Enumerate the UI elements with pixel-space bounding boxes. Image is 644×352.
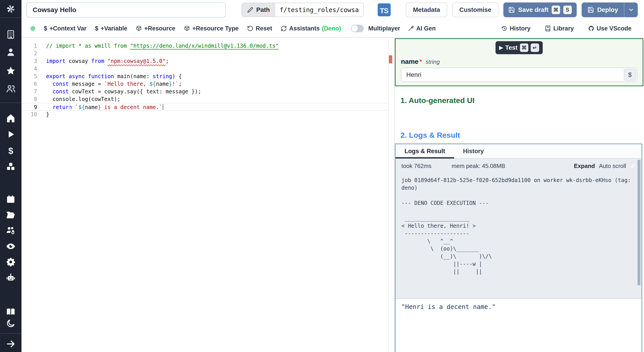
error-marker (389, 55, 392, 63)
expand-button[interactable]: Expand (574, 162, 595, 169)
tab-history[interactable]: History (454, 144, 493, 158)
reset-button[interactable]: Reset (247, 25, 272, 32)
runs-play-icon[interactable] (0, 129, 22, 139)
line-number: 7 (22, 88, 45, 95)
sidebar-divider (0, 103, 22, 103)
add-context-var-label: +Context Var (50, 25, 86, 32)
folders-icon[interactable] (0, 210, 22, 220)
deploy-label: Deploy (597, 6, 618, 14)
variables-dollar-icon[interactable]: $ (0, 146, 22, 156)
toolbar-right: History Library Use VScode (501, 25, 632, 32)
test-button[interactable]: ▶ Test ⌘ ↵ (496, 41, 542, 54)
github-icon (588, 25, 594, 32)
code-line-2[interactable]: 2 (22, 50, 388, 57)
ai-gen-button[interactable]: AI Gen (408, 25, 436, 32)
indent-guide (69, 80, 70, 111)
path-label: Path (256, 6, 270, 14)
save-draft-button[interactable]: Save draft ⌘ S (503, 3, 576, 17)
code-line-1[interactable]: 1// import * as wmill from "https://deno… (22, 42, 388, 50)
schedules-calendar-icon[interactable] (0, 194, 22, 204)
insert-variable-button[interactable]: $ (624, 69, 636, 81)
field-label-row: name * string (401, 58, 637, 65)
line-number: 3 (22, 57, 45, 65)
deploy-button[interactable]: Deploy (582, 3, 624, 17)
code-line-5[interactable]: 5export async function main(name: string… (22, 73, 388, 80)
library-label: Library (553, 25, 574, 32)
workspace-building-icon[interactable] (0, 30, 22, 39)
assistants-button[interactable]: Assistants (Deno) (281, 25, 341, 32)
s-key: S (563, 6, 572, 14)
enter-key: ↵ (531, 44, 539, 52)
run-duration: took 762ms (402, 162, 431, 169)
field-type: string (426, 58, 440, 65)
add-resource-type-button[interactable]: +Resource Type (184, 25, 238, 32)
ai-robot-icon[interactable] (0, 273, 22, 283)
save-icon (588, 7, 594, 13)
code-line-9[interactable]: 9 return `${name} is a decent name.` (22, 103, 388, 111)
rotate-ccw-icon (247, 25, 253, 32)
line-number: 1 (22, 42, 45, 50)
code-line-8[interactable]: 8 console.log(cowText); (22, 95, 388, 103)
windmill-logo-icon[interactable] (0, 4, 22, 14)
autoscroll-label[interactable]: Auto scroll (599, 162, 626, 169)
home-icon[interactable] (0, 113, 22, 123)
customise-button[interactable]: Customise (452, 3, 498, 17)
path-value[interactable]: f/testing_roles/cowsa (275, 3, 363, 17)
history-icon (501, 25, 507, 32)
main-column: Path f/testing_roles/cowsa TS Metadata C… (22, 0, 644, 352)
code-line-6[interactable]: 6 const message = `Hello there, ${name}!… (22, 80, 388, 88)
workers-users-gear-icon[interactable] (0, 226, 22, 236)
mem-peak: mem peak: 45.08MB (452, 162, 505, 169)
check-icon: ✓ (630, 162, 636, 170)
add-variable-button[interactable]: $ +Variable (95, 25, 127, 32)
collapse-arrow-right-icon[interactable] (0, 339, 22, 349)
code-line-4[interactable]: 4 (22, 65, 388, 73)
logs-result-card: Logs & Result History took 762ms mem pea… (395, 143, 642, 352)
audit-eye-icon[interactable] (0, 241, 22, 251)
settings-gear-icon[interactable] (0, 257, 22, 267)
code-editor[interactable]: 1// import * as wmill from "https://deno… (22, 38, 388, 352)
docs-book-icon[interactable] (0, 307, 22, 317)
code-line-7[interactable]: 7 const cowText = cowsay.say({ text: mes… (22, 88, 388, 95)
user-icon[interactable] (0, 48, 22, 57)
editor-overview-ruler[interactable] (388, 38, 394, 352)
topbar-actions: Metadata Customise Save draft ⌘ S (406, 3, 638, 17)
code-line-3[interactable]: 3import cowsay from "npm:cowsay@1.5.0"; (22, 57, 388, 65)
sidebar-divider (0, 333, 22, 334)
line-number: 4 (22, 65, 45, 73)
content-row: 1// import * as wmill from "https://deno… (22, 38, 644, 352)
logs-scrollbar[interactable] (638, 160, 640, 285)
save-icon (508, 7, 515, 13)
test-label: Test (505, 44, 518, 51)
chevron-down-icon (628, 7, 634, 13)
edit-path-button[interactable]: Path (242, 3, 275, 17)
use-vscode-button[interactable]: Use VScode (588, 25, 632, 32)
deploy-options-button[interactable] (624, 3, 638, 17)
resources-boxes-icon[interactable] (0, 162, 22, 171)
metadata-button[interactable]: Metadata (406, 3, 447, 17)
code-line-10[interactable]: 10} (22, 111, 388, 118)
field-name: name (401, 58, 418, 65)
script-title-input[interactable] (26, 2, 226, 18)
groups-users-icon[interactable] (0, 84, 22, 94)
log-output[interactable]: job 0189d64f-812b-525e-f020-652bd9da1100… (396, 173, 642, 298)
save-draft-label: Save draft (518, 6, 548, 14)
name-input[interactable] (401, 68, 637, 82)
add-context-var-button[interactable]: $ +Context Var (44, 25, 86, 32)
required-asterisk: * (419, 58, 422, 65)
library-button[interactable]: Library (545, 25, 574, 32)
dark-mode-moon-icon[interactable] (0, 318, 22, 328)
logs-tabs: Logs & Result History (396, 144, 642, 158)
result-output[interactable]: "Henri is a decent name." (396, 298, 642, 352)
right-panel: ▶ Test ⌘ ↵ name * string $ (394, 38, 644, 352)
tab-logs-result[interactable]: Logs & Result (396, 144, 454, 158)
history-button[interactable]: History (501, 25, 530, 32)
line-number: 6 (22, 80, 45, 88)
favorites-star-icon[interactable] (0, 66, 22, 76)
multiplayer-toggle[interactable] (351, 25, 364, 32)
section-logs-result: 2. Logs & Result (400, 131, 644, 139)
add-resource-button[interactable]: +Resource (136, 25, 175, 32)
use-vscode-label: Use VScode (596, 25, 632, 32)
refresh-cw-icon (281, 25, 287, 32)
play-icon: ▶ (499, 45, 503, 51)
